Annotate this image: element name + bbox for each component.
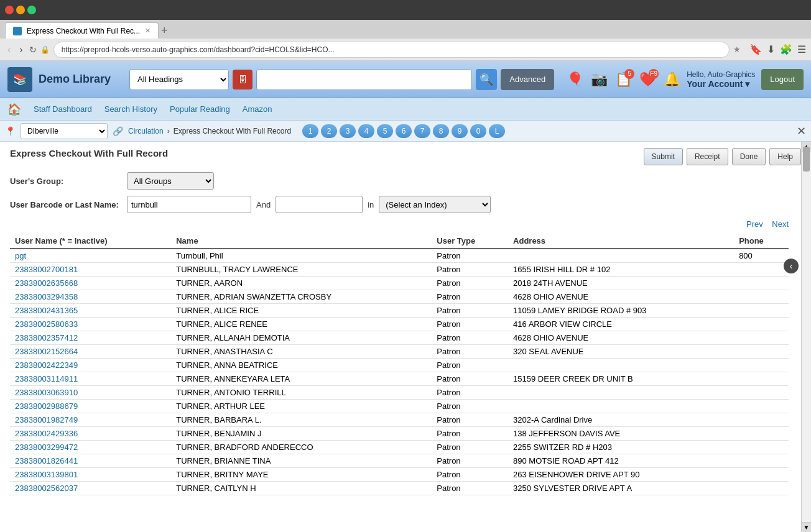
amazon-link[interactable]: Amazon xyxy=(243,104,272,114)
page-3[interactable]: 3 xyxy=(340,124,356,138)
bookmark-icon[interactable]: 🔖 xyxy=(749,44,762,55)
address-bar[interactable] xyxy=(53,42,730,58)
heart-icon[interactable]: ❤️ F9 xyxy=(639,71,656,88)
user-link[interactable]: pgt xyxy=(15,251,26,260)
user-link[interactable]: 23838002429336 xyxy=(15,429,78,438)
camera-icon[interactable]: 📷 xyxy=(591,71,608,88)
staff-dashboard-link[interactable]: Staff Dashboard xyxy=(34,104,92,114)
page-2[interactable]: 2 xyxy=(321,124,337,138)
page-l[interactable]: L xyxy=(489,124,505,138)
page-8[interactable]: 8 xyxy=(433,124,449,138)
content-area: Express Checkout With Full Record Submit… xyxy=(0,142,811,532)
window-close-btn[interactable] xyxy=(5,6,14,14)
window-controls xyxy=(5,6,36,14)
prev-link[interactable]: Prev xyxy=(746,219,763,229)
in-label: in xyxy=(368,200,374,209)
search-history-link[interactable]: Search History xyxy=(104,104,157,114)
branch-select[interactable]: DIberville xyxy=(21,123,108,139)
results-table: User Name (* = Inactive) Name User Type … xyxy=(10,234,789,495)
scroll-thumb[interactable] xyxy=(803,147,810,172)
user-link[interactable]: 23838002562037 xyxy=(15,484,78,493)
submit-btn[interactable]: Submit xyxy=(644,148,683,165)
user-link[interactable]: 23838002635668 xyxy=(15,278,78,288)
table-row: 23838001826441 TURNER, BRIANNE TINA Patr… xyxy=(10,454,789,468)
bell-icon[interactable]: 🔔 xyxy=(664,71,680,88)
user-link[interactable]: 23838002431365 xyxy=(15,306,78,315)
forward-btn[interactable]: › xyxy=(17,43,25,57)
breadcrumb-circulation[interactable]: Circulation xyxy=(128,127,164,135)
window-min-btn[interactable] xyxy=(16,6,25,14)
refresh-btn[interactable]: ↻ xyxy=(29,45,37,55)
page-7[interactable]: 7 xyxy=(414,124,430,138)
app-header: 📚 Demo Library All Headings 🗄 🔍 Advanced… xyxy=(0,61,811,98)
search-go-btn[interactable]: 🔍 xyxy=(476,69,497,90)
table-row: 23838002635668 TURNER, AARON Patron 2018… xyxy=(10,277,789,290)
help-btn[interactable]: Help xyxy=(769,148,801,165)
tab-favicon xyxy=(13,27,22,35)
user-link[interactable]: 23838001982749 xyxy=(15,415,78,424)
account-dropdown[interactable]: Your Account ▾ xyxy=(687,79,755,89)
download-icon[interactable]: ⬇ xyxy=(767,44,775,55)
header-icons: 🎈 📷 📋 5 ❤️ F9 🔔 xyxy=(567,71,680,88)
library-name: Demo Library xyxy=(39,73,111,86)
back-btn[interactable]: ‹ xyxy=(5,43,13,57)
location-bar-close[interactable]: ✕ xyxy=(797,124,806,138)
user-group-select[interactable]: All Groups xyxy=(127,172,214,190)
user-link[interactable]: 23838001826441 xyxy=(15,456,78,466)
tab-close-btn[interactable]: ✕ xyxy=(145,27,151,35)
database-icon[interactable]: 🗄 xyxy=(233,70,253,89)
extension-icon[interactable]: 🧩 xyxy=(780,44,792,55)
window-max-btn[interactable] xyxy=(27,6,36,14)
advanced-search-btn[interactable]: Advanced xyxy=(501,69,554,90)
menu-icon[interactable]: ☰ xyxy=(797,44,806,55)
action-buttons: Submit Receipt Done Help xyxy=(644,148,801,165)
list-badge: 5 xyxy=(624,69,634,79)
page-5[interactable]: 5 xyxy=(377,124,393,138)
done-btn[interactable]: Done xyxy=(732,148,766,165)
user-link[interactable]: 23838002152664 xyxy=(15,347,78,356)
next-link[interactable]: Next xyxy=(772,219,789,229)
list-icon[interactable]: 📋 5 xyxy=(615,71,632,88)
col-address: Address xyxy=(508,234,734,249)
user-link[interactable]: 23838002580633 xyxy=(15,319,78,329)
search-type-dropdown[interactable]: All Headings xyxy=(129,69,229,90)
logout-btn[interactable]: Logout xyxy=(761,69,804,90)
page-0[interactable]: 0 xyxy=(470,124,486,138)
second-barcode-input[interactable] xyxy=(276,196,363,213)
location-bar: 📍 DIberville 🔗 Circulation › Express Che… xyxy=(0,121,811,142)
tab-bar: Express Checkout With Full Rec... ✕ + xyxy=(0,20,811,39)
user-link[interactable]: 23838003114911 xyxy=(15,374,78,383)
user-link[interactable]: 23838003294358 xyxy=(15,292,78,301)
user-link[interactable]: 23838002988679 xyxy=(15,401,78,411)
active-tab[interactable]: Express Checkout With Full Rec... ✕ xyxy=(5,22,159,39)
user-link[interactable]: 23838002700181 xyxy=(15,265,78,274)
page-numbers: 1 2 3 4 5 6 7 8 9 0 L xyxy=(302,124,505,138)
barcode-input[interactable] xyxy=(127,196,251,213)
user-group-row: User's Group: All Groups xyxy=(10,172,789,190)
scroll-down[interactable]: ▼ xyxy=(802,522,811,532)
page-6[interactable]: 6 xyxy=(396,124,412,138)
user-link[interactable]: 23838003139801 xyxy=(15,470,78,479)
page-4[interactable]: 4 xyxy=(358,124,374,138)
receipt-btn[interactable]: Receipt xyxy=(687,148,728,165)
page-9[interactable]: 9 xyxy=(452,124,468,138)
user-link[interactable]: 23838002357412 xyxy=(15,333,78,342)
table-row: 23838002431365 TURNER, ALICE RICE Patron… xyxy=(10,304,789,318)
index-select[interactable]: (Select an Index) xyxy=(379,196,491,213)
popular-reading-link[interactable]: Popular Reading xyxy=(170,104,230,114)
col-type: User Type xyxy=(432,234,508,249)
scrollbar[interactable]: ▲ ▼ xyxy=(801,142,811,532)
table-row: 23838002988679 TURNER, ARTHUR LEE Patron xyxy=(10,400,789,413)
user-link[interactable]: 23838003063910 xyxy=(15,388,78,397)
home-icon[interactable]: 🏠 xyxy=(7,103,21,116)
page-1[interactable]: 1 xyxy=(302,124,318,138)
table-row: 23838002422349 TURNER, ANNA BEATRICE Pat… xyxy=(10,359,789,372)
user-link[interactable]: 23838003299472 xyxy=(15,443,78,452)
heart-badge: F9 xyxy=(649,69,659,79)
search-input[interactable] xyxy=(256,69,472,90)
side-collapse-btn[interactable]: ‹ xyxy=(784,259,799,273)
new-tab-btn[interactable]: + xyxy=(161,22,168,39)
table-row: 23838002700181 TURNBULL, TRACY LAWRENCE … xyxy=(10,263,789,277)
hot-air-balloon-icon[interactable]: 🎈 xyxy=(567,71,583,88)
user-link[interactable]: 23838002422349 xyxy=(15,360,78,370)
